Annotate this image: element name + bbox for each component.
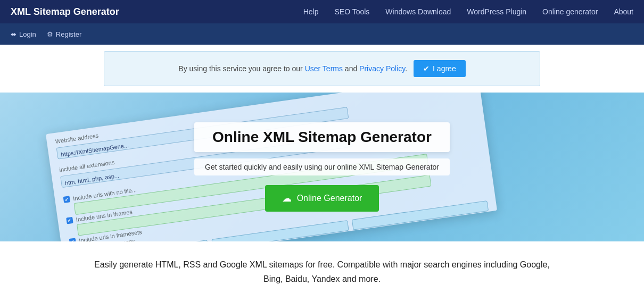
user-terms-link[interactable]: User Terms [305, 64, 343, 73]
cloud-icon: ☁ [282, 192, 292, 204]
login-icon: ⬌ [11, 30, 16, 38]
nav-online-generator[interactable]: Online generator [542, 7, 598, 16]
bottom-description: Easily generate HTML, RSS and Google XML… [82, 241, 562, 293]
register-link[interactable]: ⚙ Register [47, 30, 81, 38]
top-nav: XML Sitemap Generator Help SEO Tools Win… [0, 0, 644, 23]
cookie-text: By using this service you agree to our U… [178, 64, 407, 73]
site-title: XML Sitemap Generator [11, 6, 119, 18]
nav-links: Help SEO Tools Windows Download WordPres… [303, 7, 633, 16]
checkbox-3: ✔ [69, 238, 77, 241]
checkbox-2: ✔ [66, 217, 73, 224]
cookie-bar: By using this service you agree to our U… [104, 51, 540, 86]
nav-about[interactable]: About [614, 7, 633, 16]
hero-content: Online XML Sitemap Generator Get started… [194, 122, 450, 212]
hero-subtitle-box: Get started quickly and easily using our… [194, 158, 450, 175]
settings-icon: ⚙ [47, 30, 53, 38]
hero-section: Website address https://XmlSitemapGene..… [0, 93, 644, 241]
agree-button[interactable]: ✔ I agree [414, 60, 466, 77]
secondary-nav: ⬌ Login ⚙ Register [0, 23, 644, 45]
checkbox-1: ✔ [63, 196, 71, 203]
nav-windows-download[interactable]: Windows Download [385, 7, 451, 16]
hero-title: Online XML Sitemap Generator [210, 129, 434, 146]
hero-subtitle: Get started quickly and easily using our… [205, 163, 439, 171]
hero-title-box: Online XML Sitemap Generator [194, 122, 450, 152]
nav-seo-tools[interactable]: SEO Tools [334, 7, 369, 16]
checkmark-icon: ✔ [423, 64, 430, 73]
nav-wordpress-plugin[interactable]: WordPress Plugin [467, 7, 526, 16]
bottom-text-content: Easily generate HTML, RSS and Google XML… [93, 257, 551, 286]
privacy-policy-link[interactable]: Privacy Policy [359, 64, 405, 73]
nav-help[interactable]: Help [303, 7, 319, 16]
login-link[interactable]: ⬌ Login [11, 30, 36, 38]
hero-cta-button[interactable]: ☁ Online Generator [265, 185, 379, 212]
